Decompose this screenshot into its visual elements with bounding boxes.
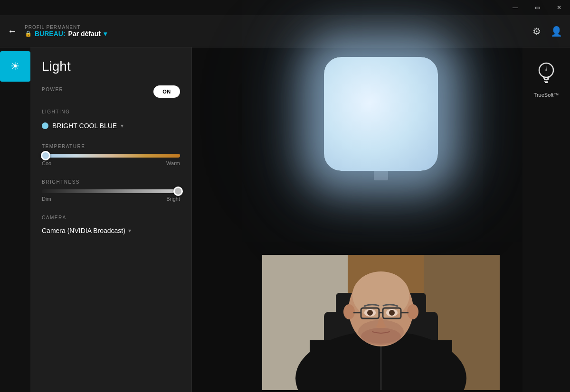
camera-name-label: Camera (NVIDIA Broadcast): [42, 227, 125, 234]
svg-point-23: [389, 310, 395, 316]
temperature-thumb[interactable]: [41, 151, 50, 160]
camera-dropdown[interactable]: Camera (NVIDIA Broadcast) ▾: [42, 225, 180, 236]
main-content-area: TrueSoft™: [192, 47, 570, 392]
profile-info: PROFIL PERMANENT 🔒 BUREAU: Par défaut ▾: [25, 25, 107, 37]
brightness-label: BRIGHTNESS: [42, 179, 180, 185]
svg-point-13: [407, 304, 418, 319]
minimize-button[interactable]: —: [504, 0, 526, 15]
settings-panel: Light POWER ON LIGHTING BRIGHT COOL BLUE…: [30, 47, 192, 392]
light-square: [324, 57, 438, 171]
lock-icon: 🔒: [25, 30, 32, 37]
brightness-section: BRIGHTNESS Dim Bright: [42, 179, 180, 202]
light-base: [374, 171, 388, 180]
panel-title: Light: [42, 59, 180, 74]
close-button[interactable]: ✕: [548, 0, 570, 15]
truesoft-icon: [537, 62, 556, 88]
truesoft-panel: TrueSoft™: [522, 47, 570, 392]
camera-preview: [262, 255, 500, 390]
temperature-slider-track[interactable]: [42, 154, 180, 158]
lighting-section: LIGHTING BRIGHT COOL BLUE ▾: [42, 109, 180, 132]
user-icon[interactable]: 👤: [551, 26, 562, 37]
lighting-name-label: BRIGHT COOL BLUE: [52, 122, 117, 130]
svg-point-12: [343, 304, 355, 319]
titlebar: — ▭ ✕: [0, 0, 570, 15]
temperature-section: TEMPERATURE Cool Warm: [42, 144, 180, 166]
header-actions: ⚙ 👤: [532, 26, 562, 37]
camera-chevron-icon: ▾: [128, 227, 131, 234]
restore-button[interactable]: ▭: [526, 0, 548, 15]
lighting-color-dot: [42, 122, 48, 129]
brightness-slider-track[interactable]: [42, 189, 180, 193]
sidebar-item-light[interactable]: ☀: [0, 51, 30, 82]
back-button[interactable]: ←: [8, 26, 17, 37]
temp-cool-label: Cool: [42, 160, 53, 166]
sidebar: ☀: [0, 47, 30, 392]
lighting-label: LIGHTING: [42, 109, 180, 114]
lighting-chevron-icon: ▾: [121, 122, 124, 129]
temperature-label: TEMPERATURE: [42, 144, 180, 149]
camera-section: CAMERA Camera (NVIDIA Broadcast) ▾: [42, 215, 180, 236]
profile-chevron-icon: ▾: [104, 30, 107, 37]
light-preview: [324, 57, 438, 180]
profile-location-label: BUREAU:: [35, 30, 66, 37]
header: ← PROFIL PERMANENT 🔒 BUREAU: Par défaut …: [0, 15, 570, 47]
profile-name-dropdown[interactable]: 🔒 BUREAU: Par défaut ▾: [25, 30, 107, 37]
lighting-dropdown[interactable]: BRIGHT COOL BLUE ▾: [42, 119, 180, 132]
settings-icon[interactable]: ⚙: [532, 26, 541, 37]
svg-point-25: [361, 328, 401, 345]
brightness-thumb[interactable]: [173, 187, 183, 196]
temperature-labels: Cool Warm: [42, 160, 180, 166]
brightness-labels: Dim Bright: [42, 196, 180, 202]
camera-label: CAMERA: [42, 215, 180, 220]
light-icon: ☀: [10, 60, 20, 73]
profile-name-label: Par défaut: [68, 30, 101, 37]
temp-warm-label: Warm: [166, 160, 180, 166]
power-toggle[interactable]: ON: [153, 85, 180, 98]
bright-bright-label: Bright: [166, 196, 180, 202]
truesoft-label: TrueSoft™: [534, 92, 559, 98]
power-label: POWER: [42, 87, 63, 92]
power-toggle-state: ON: [162, 89, 171, 94]
profile-permanent-label: PROFIL PERMANENT: [25, 25, 107, 30]
bright-dim-label: Dim: [42, 196, 51, 202]
power-row: POWER ON: [42, 85, 180, 98]
svg-point-22: [367, 310, 373, 316]
camera-preview-container: [262, 255, 500, 392]
